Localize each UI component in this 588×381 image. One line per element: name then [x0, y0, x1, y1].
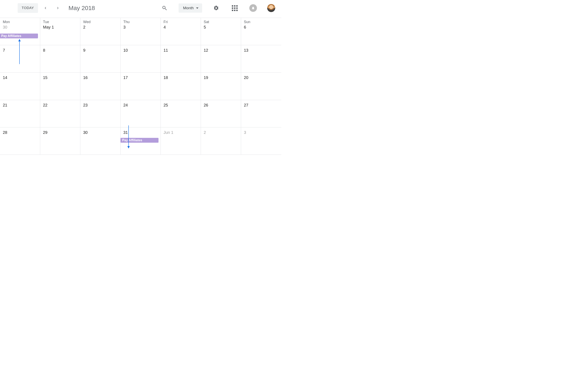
- chevron-left-icon: [44, 6, 47, 10]
- day-number: 24: [123, 103, 159, 107]
- today-button[interactable]: TODAY: [18, 3, 38, 13]
- apps-launcher-button[interactable]: [230, 4, 239, 12]
- day-of-week-label: Sat: [204, 20, 239, 24]
- account-avatar[interactable]: [267, 4, 275, 12]
- day-number: 30: [3, 25, 38, 30]
- view-select-label: Month: [183, 6, 194, 10]
- day-number: 29: [43, 130, 78, 135]
- day-cell[interactable]: 25: [161, 100, 201, 127]
- notifications-button[interactable]: [249, 4, 257, 12]
- day-number: 10: [123, 48, 159, 53]
- day-cell[interactable]: 9: [80, 45, 121, 73]
- day-cell[interactable]: 7: [0, 45, 40, 73]
- day-number: 22: [43, 103, 78, 107]
- day-number: 28: [3, 130, 38, 135]
- day-number: May 1: [43, 25, 78, 30]
- annotation-arrow-down: [128, 125, 129, 147]
- day-number: 3: [244, 130, 279, 135]
- day-cell[interactable]: 8: [40, 45, 80, 73]
- day-number: Jun 1: [164, 130, 199, 135]
- day-cell[interactable]: 26: [201, 100, 241, 127]
- day-of-week-label: Tue: [43, 20, 78, 24]
- day-number: 16: [83, 75, 118, 80]
- day-number: 14: [3, 75, 38, 80]
- prev-month-button[interactable]: [41, 4, 50, 12]
- day-cell[interactable]: 27: [241, 100, 281, 127]
- day-of-week-label: Mon: [3, 20, 38, 24]
- day-cell[interactable]: 10: [121, 45, 161, 73]
- day-of-week-label: Fri: [164, 20, 199, 24]
- day-cell[interactable]: Wed2: [80, 18, 121, 45]
- day-cell[interactable]: 2: [201, 127, 241, 155]
- day-of-week-label: Wed: [83, 20, 118, 24]
- day-cell[interactable]: 23: [80, 100, 121, 127]
- day-cell[interactable]: 12: [201, 45, 241, 73]
- day-number: 2: [204, 130, 239, 135]
- day-number: 23: [83, 103, 118, 107]
- apps-grid-icon: [232, 5, 238, 11]
- annotation-arrow-up: [19, 41, 20, 64]
- day-cell[interactable]: 16: [80, 73, 121, 100]
- day-cell[interactable]: 19: [201, 73, 241, 100]
- day-cell[interactable]: 31Pay Affiliates: [121, 127, 161, 155]
- chevron-right-icon: [56, 6, 59, 10]
- day-cell[interactable]: 11: [161, 45, 201, 73]
- day-cell[interactable]: 18: [161, 73, 201, 100]
- day-number: 13: [244, 48, 279, 53]
- day-cell[interactable]: 30: [80, 127, 121, 155]
- calendar-event[interactable]: Pay Affiliates: [0, 34, 38, 38]
- day-cell[interactable]: 17: [121, 73, 161, 100]
- day-number: 7: [3, 48, 38, 53]
- day-cell[interactable]: 28: [0, 127, 40, 155]
- day-cell[interactable]: Fri4: [161, 18, 201, 45]
- day-number: 9: [83, 48, 118, 53]
- gear-icon: [213, 5, 219, 11]
- day-number: 18: [164, 75, 199, 80]
- day-number: 27: [244, 103, 279, 107]
- day-cell[interactable]: Sun6: [241, 18, 281, 45]
- next-month-button[interactable]: [53, 4, 62, 12]
- day-number: 11: [164, 48, 199, 53]
- day-number: 25: [164, 103, 199, 107]
- day-cell[interactable]: 3: [241, 127, 281, 155]
- day-cell[interactable]: 14: [0, 73, 40, 100]
- dropdown-triangle-icon: [196, 7, 198, 9]
- day-cell[interactable]: 22: [40, 100, 80, 127]
- day-number: 21: [3, 103, 38, 107]
- day-cell[interactable]: TueMay 1: [40, 18, 80, 45]
- day-number: 26: [204, 103, 239, 107]
- day-of-week-label: Thu: [123, 20, 159, 24]
- current-month-label: May 2018: [68, 5, 95, 11]
- day-number: 5: [204, 25, 239, 30]
- day-number: 8: [43, 48, 78, 53]
- day-cell[interactable]: 13: [241, 45, 281, 73]
- calendar-grid: Mon30Pay AffiliatesTueMay 1Wed2Thu3Fri4S…: [0, 18, 281, 182]
- day-number: 17: [123, 75, 159, 80]
- day-cell[interactable]: Jun 1: [161, 127, 201, 155]
- day-number: 30: [83, 130, 118, 135]
- day-cell[interactable]: Sat5: [201, 18, 241, 45]
- day-number: 20: [244, 75, 279, 80]
- day-cell[interactable]: 20: [241, 73, 281, 100]
- search-button[interactable]: [160, 4, 169, 12]
- search-icon: [162, 5, 167, 11]
- day-number: 19: [204, 75, 239, 80]
- day-cell[interactable]: 15: [40, 73, 80, 100]
- day-number: 2: [83, 25, 118, 30]
- day-number: 3: [123, 25, 159, 30]
- day-number: 4: [164, 25, 199, 30]
- settings-button[interactable]: [212, 4, 221, 12]
- day-number: 6: [244, 25, 279, 30]
- day-number: 15: [43, 75, 78, 80]
- day-number: 12: [204, 48, 239, 53]
- day-cell[interactable]: 24: [121, 100, 161, 127]
- day-cell[interactable]: 29: [40, 127, 80, 155]
- day-cell[interactable]: Thu3: [121, 18, 161, 45]
- calendar-event[interactable]: Pay Affiliates: [121, 138, 159, 143]
- day-of-week-label: Sun: [244, 20, 279, 24]
- bell-icon: [249, 4, 257, 12]
- day-cell[interactable]: 21: [0, 100, 40, 127]
- view-select[interactable]: Month: [179, 3, 202, 13]
- app-header: TODAY May 2018 Month: [0, 0, 281, 18]
